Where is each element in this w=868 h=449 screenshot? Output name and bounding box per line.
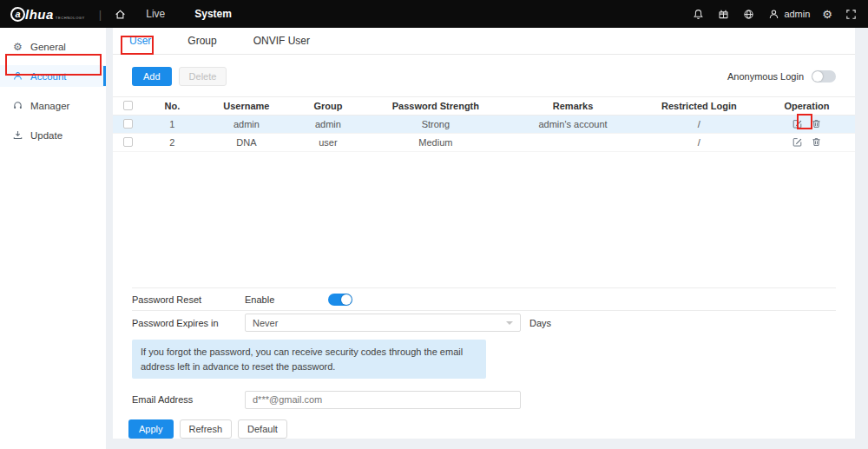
sidebar-item-manager[interactable]: Manager xyxy=(0,95,106,116)
apply-button[interactable]: Apply xyxy=(128,419,174,439)
table-empty-space xyxy=(113,152,855,287)
col-restricted-login: Restricted Login xyxy=(640,96,759,115)
topbar-right-cluster: admin ⚙ xyxy=(692,8,858,21)
storage-box-icon[interactable] xyxy=(717,8,730,21)
user-toolbar: Add Delete Anonymous Login xyxy=(132,67,836,86)
cell-group: admin xyxy=(291,115,365,133)
headset-icon xyxy=(12,100,23,111)
days-label: Days xyxy=(529,318,551,328)
tab-group[interactable]: Group xyxy=(185,33,219,49)
password-reset-toggle[interactable] xyxy=(328,294,352,306)
cell-password-strength: Medium xyxy=(365,133,506,151)
sidebar-item-update[interactable]: Update xyxy=(0,124,106,146)
sidebar-item-general[interactable]: ⚙ General xyxy=(0,36,106,57)
email-address-label: Email Address xyxy=(132,394,245,405)
email-row: Email Address xyxy=(132,389,836,410)
expires-selected-value: Never xyxy=(253,318,278,328)
col-remarks: Remarks xyxy=(506,96,640,115)
expires-dropdown[interactable]: Never xyxy=(245,314,521,332)
home-icon[interactable] xyxy=(114,8,127,21)
operation-cell xyxy=(759,136,855,148)
anonymous-login-label: Anonymous Login xyxy=(727,71,804,82)
col-operation: Operation xyxy=(759,96,855,115)
toggle-knob xyxy=(341,294,352,305)
logo-circle-letter: a xyxy=(10,7,25,22)
add-button[interactable]: Add xyxy=(132,67,172,86)
col-username: Username xyxy=(202,96,292,115)
user-table: No. Username Group Password Strength Rem… xyxy=(113,96,855,152)
user-menu[interactable]: admin xyxy=(767,8,810,21)
cell-restricted-login: / xyxy=(640,115,759,133)
cell-restricted-login: / xyxy=(640,133,759,151)
sidebar-item-label: Update xyxy=(30,130,62,141)
nav-system[interactable]: System xyxy=(194,8,232,20)
edit-icon[interactable] xyxy=(792,118,803,129)
enable-label: Enable xyxy=(245,294,328,305)
sidebar: ⚙ General Account Manager Update xyxy=(0,28,106,449)
main-panel: User Group ONVIF User Add Delete Anonymo… xyxy=(113,28,855,439)
cell-no: 1 xyxy=(142,115,201,133)
sidebar-item-label: Account xyxy=(30,71,67,82)
fullscreen-icon[interactable] xyxy=(845,8,858,21)
delete-button[interactable]: Delete xyxy=(179,67,227,86)
logo-text: lhua xyxy=(25,7,54,22)
settings-gear-icon[interactable]: ⚙ xyxy=(822,9,832,20)
toggle-knob xyxy=(812,71,823,82)
operation-cell xyxy=(759,118,855,129)
cell-username: DNA xyxy=(202,133,292,151)
table-header-row: No. Username Group Password Strength Rem… xyxy=(113,96,855,115)
delete-trash-icon[interactable] xyxy=(811,136,822,148)
cell-remarks: admin's account xyxy=(506,115,640,133)
person-icon xyxy=(767,8,780,21)
account-tabs: User Group ONVIF User xyxy=(113,28,855,55)
download-icon xyxy=(12,129,23,141)
active-indicator-bar xyxy=(103,66,106,86)
delete-trash-icon[interactable] xyxy=(811,118,822,129)
col-no: No. xyxy=(142,96,201,115)
cell-password-strength: Strong xyxy=(365,115,506,133)
cell-username: admin xyxy=(202,115,292,133)
refresh-button[interactable]: Refresh xyxy=(180,419,233,439)
anonymous-login-toggle[interactable] xyxy=(812,70,836,83)
edit-icon[interactable] xyxy=(792,136,803,148)
tab-onvif-user[interactable]: ONVIF User xyxy=(251,33,312,49)
logo-subtext: TECHNOLOGY xyxy=(56,16,85,20)
notification-bell-icon[interactable] xyxy=(692,8,705,21)
tab-user[interactable]: User xyxy=(127,33,154,49)
password-expires-label: Password Expires in xyxy=(132,318,245,328)
select-all-checkbox[interactable] xyxy=(123,101,133,110)
person-icon xyxy=(12,70,23,82)
globe-icon[interactable] xyxy=(742,8,755,21)
password-reset-row: Password Reset Enable xyxy=(132,287,836,311)
password-expires-row: Password Expires in Never Days xyxy=(132,311,836,334)
row-checkbox[interactable] xyxy=(123,119,133,129)
col-group: Group xyxy=(291,96,365,115)
dahua-logo: a lhua TECHNOLOGY xyxy=(10,7,85,22)
sidebar-item-label: Manager xyxy=(30,101,69,111)
col-password-strength: Password Strength xyxy=(365,96,506,115)
email-input[interactable] xyxy=(245,391,521,409)
cell-no: 2 xyxy=(142,133,201,151)
chevron-down-icon xyxy=(506,321,513,325)
table-row[interactable]: 1 admin admin Strong admin's account / xyxy=(113,115,855,133)
cell-group: user xyxy=(291,133,365,151)
gear-icon: ⚙ xyxy=(12,41,23,52)
cell-remarks xyxy=(506,133,640,151)
topbar-divider: | xyxy=(99,8,102,21)
sidebar-item-label: General xyxy=(30,42,66,52)
nav-live[interactable]: Live xyxy=(146,8,165,20)
topbar-nav: Live System xyxy=(146,8,232,20)
table-row[interactable]: 2 DNA user Medium / xyxy=(113,133,855,151)
sidebar-item-account[interactable]: Account xyxy=(0,65,106,87)
password-reset-info: If you forgot the password, you can rece… xyxy=(132,340,486,379)
row-checkbox[interactable] xyxy=(123,137,133,147)
user-name: admin xyxy=(784,9,810,19)
topbar: a lhua TECHNOLOGY | Live System admin ⚙ xyxy=(0,0,868,28)
anonymous-login-control: Anonymous Login xyxy=(727,70,836,83)
password-reset-label: Password Reset xyxy=(132,294,245,305)
bottom-actions: Apply Refresh Default xyxy=(128,419,855,439)
default-button[interactable]: Default xyxy=(238,419,287,439)
